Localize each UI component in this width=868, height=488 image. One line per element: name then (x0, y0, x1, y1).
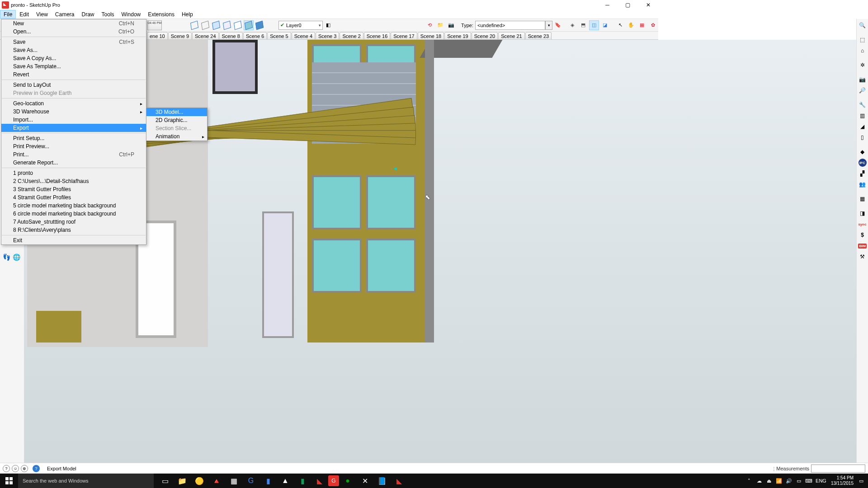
scene-tab[interactable]: Scene 16 (364, 32, 390, 39)
app-icon (2, 1, 9, 9)
inference-cursor-icon (393, 166, 399, 174)
menu-view[interactable]: View (33, 10, 52, 19)
mouse-cursor-icon: ⬉ (425, 193, 430, 201)
maximize-button[interactable]: ▢ (618, 0, 638, 10)
box-red-icon[interactable]: ▦ (637, 20, 647, 30)
globe-icon[interactable]: 🌐 (12, 253, 21, 262)
file-menu-item[interactable]: Print...Ctrl+P (1, 150, 146, 159)
file-menu-item[interactable]: Open...Ctrl+O (1, 28, 146, 36)
file-menu-item[interactable]: Generate Report... (1, 159, 146, 167)
style-wireframe-icon[interactable] (189, 20, 199, 30)
menu-file[interactable]: File (0, 10, 16, 19)
file-menu-item[interactable]: Import... (1, 116, 146, 124)
footprint-icon[interactable]: 👣 (2, 253, 11, 262)
record-icon[interactable]: ⟲ (425, 20, 434, 30)
file-menu-item[interactable]: Save As... (1, 46, 146, 54)
shadow-clock[interactable]: 04:46 PM (147, 20, 162, 30)
menu-bar: File Edit View Camera Draw Tools Window … (0, 10, 658, 19)
open-folder-icon[interactable]: 📁 (435, 20, 445, 30)
layer-manager-icon[interactable]: ◧ (323, 20, 333, 30)
file-menu-item[interactable]: 4 Stramit Gutter Profiles (1, 193, 146, 202)
export-submenu-item[interactable]: 3D Model... (146, 108, 207, 116)
close-button[interactable]: ✕ (638, 0, 658, 10)
file-menu-item[interactable]: 3D Warehouse (1, 108, 146, 116)
file-menu-item[interactable]: 6 circle model marketing black backgroun… (1, 210, 146, 218)
scene-tab[interactable]: Scene 24 (192, 32, 218, 39)
export-submenu: 3D Model...2D Graphic...Section Slice...… (146, 108, 208, 141)
file-menu-item[interactable]: Save As Template... (1, 62, 146, 70)
type-dropdown[interactable] (475, 21, 545, 30)
file-menu-item[interactable]: SaveCtrl+S (1, 38, 146, 46)
export-submenu-item: Section Slice... (146, 124, 207, 132)
scene-tab[interactable]: Scene 21 (498, 32, 524, 39)
camera-icon[interactable]: 📷 (446, 20, 456, 30)
file-menu-item[interactable]: Revert (1, 70, 146, 79)
scene-tab[interactable]: Scene 19 (444, 32, 471, 39)
scene-tab[interactable]: Scene 23 (525, 32, 552, 39)
file-menu-item[interactable]: Exit (1, 236, 146, 244)
layer-selector[interactable]: ✔ ▾ (278, 21, 323, 30)
scene-tab[interactable]: ene 10 (147, 32, 168, 39)
select-icon[interactable]: ↖ (615, 20, 625, 30)
style-shaded-tex-icon[interactable] (222, 20, 232, 30)
front-view-icon[interactable]: ◫ (589, 20, 599, 30)
title-bar: pronto - SketchUp Pro ─ ▢ ✕ (0, 0, 658, 10)
scene-tab[interactable]: Scene 5 (267, 32, 291, 39)
menu-draw[interactable]: Draw (78, 10, 98, 19)
style-shaded-icon[interactable] (211, 20, 221, 30)
file-menu-item[interactable]: Save A Copy As... (1, 54, 146, 62)
scene-tab[interactable]: Scene 4 (292, 32, 315, 39)
file-menu-item[interactable]: Print Setup... (1, 134, 146, 142)
iso-icon[interactable]: ◈ (567, 20, 577, 30)
scene-tab[interactable]: Scene 18 (418, 32, 444, 39)
menu-edit[interactable]: Edit (16, 10, 33, 19)
file-menu-item[interactable]: Geo-location (1, 99, 146, 108)
style-backedges-icon[interactable] (255, 20, 264, 30)
style-xray-icon[interactable] (244, 20, 254, 30)
scene-tab[interactable]: Scene 9 (168, 32, 192, 39)
top-view-icon[interactable]: ⬒ (578, 20, 588, 30)
scene-tab[interactable]: Scene 8 (219, 32, 243, 39)
file-menu-item[interactable]: NewCtrl+N (1, 19, 146, 28)
tag-icon[interactable]: 🔖 (553, 20, 563, 30)
window-title: pronto - SketchUp Pro (11, 2, 60, 8)
style-mono-icon[interactable] (233, 20, 243, 30)
scene-tab[interactable]: Scene 20 (472, 32, 498, 39)
gear-icon[interactable]: ✿ (648, 20, 658, 30)
scene-tab[interactable]: Scene 6 (243, 32, 267, 39)
hand-icon[interactable]: ✋ (626, 20, 636, 30)
file-menu-item: Preview in Google Earth (1, 89, 146, 97)
check-icon: ✔ (280, 22, 284, 28)
file-menu-item[interactable]: 2 C:\Users\...\Detail-Schlafhaus (1, 177, 146, 185)
shadow-clock-time: 04:46 PM (148, 21, 161, 24)
window-controls: ─ ▢ ✕ (597, 0, 658, 10)
file-menu-item[interactable]: Send to LayOut (1, 81, 146, 89)
side-view-icon[interactable]: ◪ (600, 20, 610, 30)
layer-name-input[interactable] (286, 23, 318, 28)
export-submenu-item[interactable]: Animation (146, 132, 207, 141)
dropdown-icon[interactable]: ▾ (319, 23, 321, 28)
menu-tools[interactable]: Tools (98, 10, 118, 19)
export-submenu-item[interactable]: 2D Graphic... (146, 116, 207, 124)
scene-tab[interactable]: Scene 2 (340, 32, 363, 39)
menu-extensions[interactable]: Extensions (144, 10, 178, 19)
file-menu-item[interactable]: 3 Stramit Gutter Profiles (1, 185, 146, 193)
file-menu-item[interactable]: Print Preview... (1, 142, 146, 150)
menu-help[interactable]: Help (178, 10, 197, 19)
minimize-button[interactable]: ─ (597, 0, 618, 10)
file-menu-item[interactable]: 8 R:\Clients\Avery\plans (1, 226, 146, 234)
menu-camera[interactable]: Camera (52, 10, 78, 19)
type-label: Type: (461, 23, 473, 28)
file-menu-item[interactable]: 7 AutoSave_struttting roof (1, 218, 146, 226)
file-menu-dropdown: NewCtrl+NOpen...Ctrl+OSaveCtrl+SSave As.… (1, 19, 146, 245)
scene-tab[interactable]: Scene 17 (391, 32, 417, 39)
style-hidden-line-icon[interactable] (200, 20, 210, 30)
file-menu-item[interactable]: Export (1, 124, 146, 132)
file-menu-item[interactable]: 5 circle model marketing black backgroun… (1, 202, 146, 210)
scene-tab[interactable]: Scene 3 (316, 32, 339, 39)
menu-window[interactable]: Window (118, 10, 145, 19)
dropdown-icon[interactable]: ▾ (545, 21, 552, 30)
file-menu-item[interactable]: 1 pronto (1, 169, 146, 177)
